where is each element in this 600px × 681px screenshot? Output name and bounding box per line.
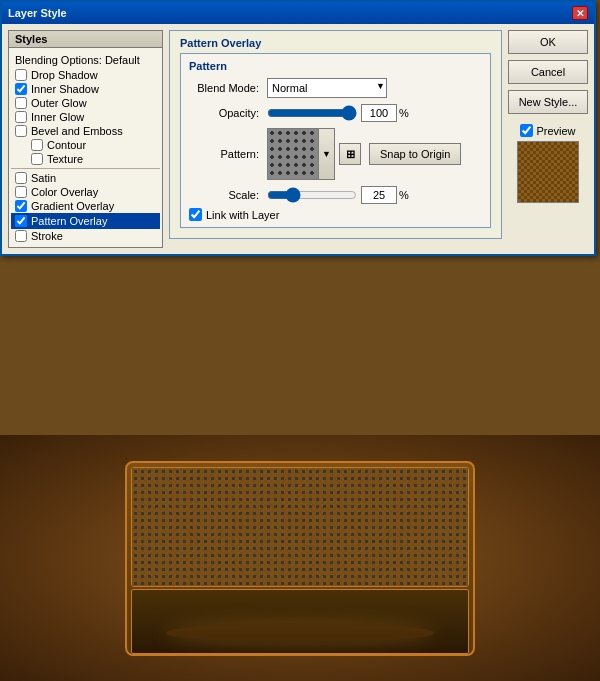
sidebar-item-bevel-emboss[interactable]: Bevel and Emboss bbox=[11, 124, 160, 138]
gradient-overlay-label: Gradient Overlay bbox=[31, 200, 114, 212]
title-bar: Layer Style ✕ bbox=[2, 2, 594, 24]
link-layer-row[interactable]: Link with Layer bbox=[189, 208, 482, 221]
scale-percent: % bbox=[399, 189, 409, 201]
preview-thumbnail bbox=[517, 141, 579, 203]
stroke-checkbox[interactable] bbox=[15, 230, 27, 242]
texture-checkbox[interactable] bbox=[31, 153, 43, 165]
preview-check-row[interactable]: Preview bbox=[520, 124, 575, 137]
scale-label: Scale: bbox=[189, 189, 259, 201]
pattern-sub-panel: Pattern Blend Mode: Normal Dissolve Mult… bbox=[180, 53, 491, 228]
sidebar-item-contour[interactable]: Contour bbox=[11, 138, 160, 152]
blending-label: Blending Options: Default bbox=[15, 54, 140, 66]
dialog-title: Layer Style bbox=[8, 7, 67, 19]
outer-glow-checkbox[interactable] bbox=[15, 97, 27, 109]
scale-slider[interactable] bbox=[267, 188, 357, 202]
close-button[interactable]: ✕ bbox=[572, 6, 588, 20]
styles-panel-header: Styles bbox=[9, 31, 162, 48]
opacity-percent: % bbox=[399, 107, 409, 119]
stroke-label: Stroke bbox=[31, 230, 63, 242]
pattern-preview[interactable] bbox=[267, 128, 319, 180]
sidebar-item-texture[interactable]: Texture bbox=[11, 152, 160, 166]
pattern-dropdown-button[interactable]: ▼ bbox=[319, 128, 335, 180]
contour-checkbox[interactable] bbox=[31, 139, 43, 151]
link-layer-checkbox[interactable] bbox=[189, 208, 202, 221]
pattern-overlay-panel: Pattern Overlay Pattern Blend Mode: Norm… bbox=[169, 30, 502, 239]
sub-panel-title: Pattern bbox=[189, 60, 482, 72]
gradient-overlay-checkbox[interactable] bbox=[15, 200, 27, 212]
radio-bottom-panel bbox=[131, 589, 469, 654]
opacity-slider[interactable] bbox=[267, 106, 357, 120]
preview-checkbox[interactable] bbox=[520, 124, 533, 137]
texture-label: Texture bbox=[47, 153, 83, 165]
sidebar-item-satin[interactable]: Satin bbox=[11, 171, 160, 185]
styles-panel: Styles Blending Options: Default Drop Sh… bbox=[8, 30, 163, 248]
sidebar-item-pattern-overlay[interactable]: Pattern Overlay bbox=[11, 213, 160, 229]
bevel-emboss-checkbox[interactable] bbox=[15, 125, 27, 137]
dialog-body: Styles Blending Options: Default Drop Sh… bbox=[2, 24, 594, 254]
scale-row: Scale: % bbox=[189, 186, 482, 204]
opacity-input[interactable] bbox=[361, 104, 397, 122]
blend-mode-wrapper: Normal Dissolve Multiply Screen Overlay … bbox=[267, 78, 387, 98]
sidebar-item-outer-glow[interactable]: Outer Glow bbox=[11, 96, 160, 110]
sidebar-item-gradient-overlay[interactable]: Gradient Overlay bbox=[11, 199, 160, 213]
cancel-button[interactable]: Cancel bbox=[508, 60, 588, 84]
blend-mode-label: Blend Mode: bbox=[189, 82, 259, 94]
pattern-control: ▼ ⊞ Snap to Origin bbox=[267, 128, 461, 180]
radio-device bbox=[125, 461, 475, 656]
opacity-label: Opacity: bbox=[189, 107, 259, 119]
styles-list: Blending Options: Default Drop Shadow In… bbox=[9, 48, 162, 247]
panel-title: Pattern Overlay bbox=[180, 37, 491, 49]
ok-button[interactable]: OK bbox=[508, 30, 588, 54]
drop-shadow-checkbox[interactable] bbox=[15, 69, 27, 81]
pattern-row: Pattern: ▼ ⊞ Snap to Origin bbox=[189, 128, 482, 180]
main-area: Pattern Overlay Pattern Blend Mode: Norm… bbox=[169, 30, 502, 248]
outer-glow-label: Outer Glow bbox=[31, 97, 87, 109]
drop-shadow-label: Drop Shadow bbox=[31, 69, 98, 81]
snap-to-origin-button[interactable]: Snap to Origin bbox=[369, 143, 461, 165]
blend-mode-row: Blend Mode: Normal Dissolve Multiply Scr… bbox=[189, 78, 482, 98]
satin-label: Satin bbox=[31, 172, 56, 184]
new-style-button[interactable]: New Style... bbox=[508, 90, 588, 114]
pattern-label: Pattern: bbox=[189, 148, 259, 160]
pattern-overlay-label: Pattern Overlay bbox=[31, 215, 107, 227]
sidebar-item-inner-shadow[interactable]: Inner Shadow bbox=[11, 82, 160, 96]
blend-mode-select[interactable]: Normal Dissolve Multiply Screen Overlay bbox=[267, 78, 387, 98]
new-pattern-button[interactable]: ⊞ bbox=[339, 143, 361, 165]
radio-speaker-grille bbox=[131, 467, 469, 587]
satin-checkbox[interactable] bbox=[15, 172, 27, 184]
opacity-row: Opacity: % bbox=[189, 104, 482, 122]
bevel-emboss-label: Bevel and Emboss bbox=[31, 125, 123, 137]
layer-style-dialog: Layer Style ✕ Styles Blending Options: D… bbox=[0, 0, 596, 256]
preview-label: Preview bbox=[536, 125, 575, 137]
pattern-preview-inner bbox=[268, 129, 318, 179]
inner-glow-checkbox[interactable] bbox=[15, 111, 27, 123]
link-layer-label: Link with Layer bbox=[206, 209, 279, 221]
color-overlay-checkbox[interactable] bbox=[15, 186, 27, 198]
sidebar-item-color-overlay[interactable]: Color Overlay bbox=[11, 185, 160, 199]
sidebar-item-drop-shadow[interactable]: Drop Shadow bbox=[11, 68, 160, 82]
inner-shadow-checkbox[interactable] bbox=[15, 83, 27, 95]
sidebar-item-blending[interactable]: Blending Options: Default bbox=[11, 52, 160, 68]
separator bbox=[11, 168, 160, 169]
sidebar-item-inner-glow[interactable]: Inner Glow bbox=[11, 110, 160, 124]
contour-label: Contour bbox=[47, 139, 86, 151]
right-buttons: OK Cancel New Style... Preview bbox=[508, 30, 588, 248]
inner-shadow-label: Inner Shadow bbox=[31, 83, 99, 95]
canvas-area bbox=[0, 435, 600, 681]
sidebar-item-stroke[interactable]: Stroke bbox=[11, 229, 160, 243]
preview-section: Preview bbox=[508, 124, 588, 203]
scale-input[interactable] bbox=[361, 186, 397, 204]
inner-glow-label: Inner Glow bbox=[31, 111, 84, 123]
color-overlay-label: Color Overlay bbox=[31, 186, 98, 198]
pattern-overlay-checkbox[interactable] bbox=[15, 215, 27, 227]
radio-pattern-overlay bbox=[132, 468, 468, 586]
